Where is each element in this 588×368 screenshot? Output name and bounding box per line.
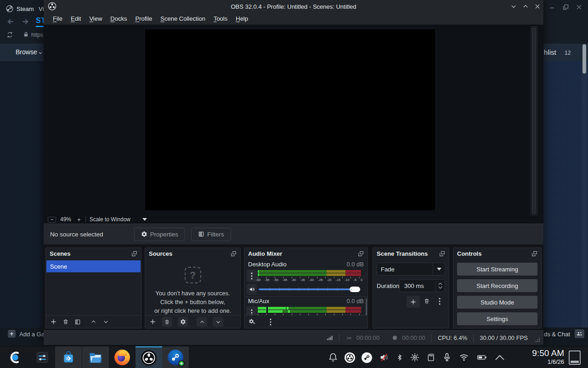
resize-grip[interactable] <box>535 337 541 343</box>
scene-filters-icon[interactable] <box>74 319 81 325</box>
mixer-scrollbar[interactable] <box>366 298 367 315</box>
scale-mode-dropdown-icon[interactable] <box>142 218 147 221</box>
transitions-panel-header[interactable]: Scene Transitions <box>373 248 449 259</box>
zoom-in-button[interactable]: + <box>77 216 81 223</box>
popout-icon[interactable] <box>531 251 537 257</box>
zoom-out-button[interactable]: − <box>48 217 56 223</box>
menu-help[interactable]: Help <box>232 13 252 25</box>
tray-expand-chevron-icon[interactable] <box>494 354 505 361</box>
steam-scrollbar-thumb[interactable] <box>582 44 586 74</box>
filters-button[interactable]: Filters <box>191 228 231 241</box>
menu-scene-collection[interactable]: Scene Collection <box>156 13 209 25</box>
menu-view[interactable]: View <box>85 13 106 25</box>
source-move-down-icon[interactable] <box>213 317 223 327</box>
notifications-bell-icon[interactable] <box>328 352 338 362</box>
friends-icon[interactable] <box>575 329 584 338</box>
menu-tools[interactable]: Tools <box>209 13 232 25</box>
steam-scrollbar-track[interactable] <box>582 61 587 328</box>
source-properties-gear-icon[interactable] <box>178 317 188 327</box>
advanced-audio-gears-icon[interactable] <box>249 319 256 325</box>
obs-shade-button[interactable] <box>510 3 517 10</box>
add-game-plus-icon[interactable] <box>8 330 16 338</box>
friends-chat-label-partial[interactable]: ds & Chat <box>544 331 570 338</box>
taskbar-obs-button[interactable] <box>136 346 162 368</box>
refresh-icon[interactable] <box>6 31 13 38</box>
desktop-audio-mute-button[interactable] <box>247 284 257 295</box>
popout-icon[interactable] <box>358 251 364 257</box>
sd-card-icon[interactable] <box>426 352 435 362</box>
menu-edit[interactable]: Edit <box>67 13 85 25</box>
source-move-up-icon[interactable] <box>197 317 207 327</box>
popout-icon[interactable] <box>131 251 137 257</box>
mixer-kebab-icon[interactable] <box>270 318 271 326</box>
scenes-panel-header[interactable]: Scenes <box>46 248 141 259</box>
menu-profile[interactable]: Profile <box>131 13 156 25</box>
duration-spinbox[interactable]: 300 ms <box>399 279 445 292</box>
remove-source-trash-icon[interactable] <box>162 317 172 327</box>
start-streaming-button[interactable]: Start Streaming <box>457 263 537 276</box>
mic-aux-kebab-icon[interactable] <box>247 306 257 315</box>
stats-signal-icon[interactable] <box>320 334 339 341</box>
transition-select[interactable]: Fade <box>377 263 445 276</box>
app-launcher-icon[interactable] <box>10 351 23 364</box>
popout-icon[interactable] <box>231 251 237 257</box>
volume-slider-handle[interactable] <box>350 287 360 292</box>
taskbar-firefox-button[interactable] <box>109 346 136 368</box>
remove-scene-trash-icon[interactable] <box>62 318 69 325</box>
wishlist-tab-partial[interactable]: hlist <box>544 48 556 56</box>
scene-move-down-icon[interactable] <box>102 319 109 325</box>
steam-restore-button[interactable] <box>562 4 569 11</box>
digital-clock[interactable]: 9:50 AM 1/6/26 <box>508 348 564 365</box>
popout-icon[interactable] <box>439 251 445 257</box>
obs-unshade-button[interactable] <box>522 3 529 10</box>
studio-mode-button[interactable]: Studio Mode <box>457 296 537 309</box>
forward-arrow-icon[interactable] <box>21 17 30 26</box>
add-transition-icon[interactable] <box>407 296 420 308</box>
add-source-icon[interactable] <box>149 318 156 325</box>
audio-muted-icon[interactable] <box>379 352 390 362</box>
taskbar-steam-button[interactable] <box>162 346 189 368</box>
add-scene-icon[interactable] <box>50 318 57 325</box>
brightness-icon[interactable] <box>410 352 420 362</box>
steam-menu-view-partial[interactable]: Vi <box>39 6 44 12</box>
desktop-audio-volume-slider[interactable] <box>259 286 360 293</box>
preview-canvas[interactable] <box>145 29 435 210</box>
sources-empty-area[interactable]: ? You don't have any sources. Click the … <box>145 259 240 315</box>
controls-panel-header[interactable]: Controls <box>453 248 541 259</box>
scene-move-up-icon[interactable] <box>90 319 97 325</box>
obs-titlebar[interactable]: OBS 32.0.4 - Profile: Untitled - Scenes:… <box>44 0 543 13</box>
remove-transition-trash-icon[interactable] <box>424 298 430 305</box>
sources-empty-state: ? You don't have any sources. Click the … <box>145 263 240 315</box>
settings-sliders-icon[interactable] <box>35 350 50 365</box>
obs-close-button[interactable] <box>534 3 541 10</box>
taskbar-files-button[interactable] <box>82 346 109 368</box>
preview-vertical-scrollbar[interactable] <box>531 26 537 215</box>
steam-minimize-button[interactable] <box>548 4 555 11</box>
transition-kebab-icon[interactable] <box>439 298 441 305</box>
show-desktop-button[interactable] <box>569 351 581 365</box>
address-bar-url-partial[interactable]: https <box>31 32 43 38</box>
menu-file[interactable]: File <box>49 13 67 25</box>
microphone-icon[interactable] <box>442 352 452 362</box>
mixer-panel-header[interactable]: Audio Mixer <box>244 248 368 259</box>
battery-icon[interactable] <box>476 352 488 362</box>
taskbar-discover-button[interactable] <box>55 346 82 368</box>
obs-tray-icon[interactable] <box>345 352 355 363</box>
duration-spin-buttons[interactable] <box>435 280 445 292</box>
browse-menu[interactable]: Browse <box>16 48 37 56</box>
scene-list-item-selected[interactable]: Scene <box>46 260 141 272</box>
steam-menu-steam[interactable]: Steam <box>17 6 34 12</box>
start-recording-button[interactable]: Start Recording <box>457 279 537 292</box>
desktop-audio-kebab-icon[interactable] <box>247 270 257 282</box>
steam-tray-icon[interactable] <box>362 352 372 363</box>
add-game-label-partial[interactable]: Add a Gar <box>19 331 46 338</box>
sources-panel-header[interactable]: Sources <box>145 248 240 259</box>
scale-mode-label[interactable]: Scale to Window <box>90 216 130 223</box>
wifi-icon[interactable] <box>458 352 469 362</box>
bluetooth-icon[interactable] <box>396 352 403 362</box>
properties-button[interactable]: Properties <box>134 228 186 241</box>
back-arrow-icon[interactable] <box>6 17 15 26</box>
menu-docks[interactable]: Docks <box>106 13 131 25</box>
steam-close-button[interactable] <box>576 4 582 11</box>
settings-button[interactable]: Settings <box>457 312 537 325</box>
